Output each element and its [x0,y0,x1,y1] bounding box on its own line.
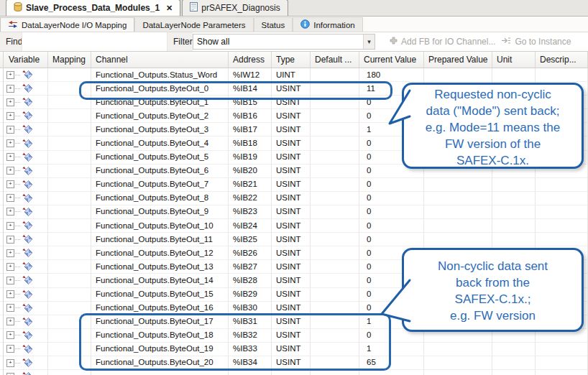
default-cell [311,288,359,302]
expand-icon[interactable]: + [6,263,14,271]
variable-cell: + [0,219,48,233]
mapping-cell [48,246,91,260]
variable-cell: + [0,96,48,109]
expand-icon[interactable]: + [6,180,14,188]
default-cell [311,192,359,205]
prepared-value-cell [424,219,492,233]
expand-icon[interactable]: + [6,304,14,312]
variable-mapping-icon [22,290,33,300]
current-value-cell: 0 [359,192,424,205]
prepared-value-cell [424,356,492,370]
column-header[interactable]: Default ... [311,52,359,68]
column-header[interactable]: Address [229,52,272,68]
expand-icon[interactable]: + [6,98,14,106]
variable-mapping-icon [22,166,33,176]
address-cell: %IB29 [229,288,272,302]
filter-dropdown[interactable]: Show all ▾ [193,34,375,50]
table-row[interactable]: +Functional_Outputs.Status_Word%IW12UINT… [0,68,588,82]
default-cell [311,178,359,192]
panel-left-border [3,52,4,375]
variable-cell: + [0,315,48,329]
column-header[interactable]: Unit [492,52,536,68]
channel-cell: Functional_Outputs.ByteOut_10 [91,219,229,233]
expand-icon[interactable]: + [6,126,14,134]
address-cell: %IB28 [229,274,272,287]
default-cell [311,151,359,165]
variable-cell: + [0,274,48,287]
highlight-rect-byteout0 [79,81,392,100]
description-cell [536,356,588,370]
tab-datalayernode-io-mapping[interactable]: DataLayerNode I/O Mapping [0,17,134,32]
expand-icon[interactable]: + [6,139,14,147]
variable-mapping-icon [22,261,33,272]
expand-icon[interactable]: + [6,112,14,120]
tree-connector [15,335,20,335]
find-input[interactable] [22,32,167,51]
table-row[interactable]: +Functional_Outputs.ByteOut_8%IB22USINT0 [0,192,588,205]
column-header[interactable]: Current Value [359,52,424,68]
table-row[interactable]: +Functional_Outputs.ByteOut_9%IB23USINT0 [0,205,588,219]
tree-connector [15,307,20,308]
expand-icon[interactable]: + [6,71,14,79]
expand-icon[interactable]: + [6,194,14,202]
type-cell: USINT [272,151,311,165]
add-fb-button[interactable]: Add FB for IO Channel... [387,32,498,51]
current-value-cell: 180 [359,68,424,82]
mapping-cell [48,165,91,178]
default-cell [311,68,359,82]
address-cell: %IB16 [229,109,272,123]
tab-information[interactable]: Information [293,17,363,32]
tree-connector [15,170,20,171]
description-cell [536,68,588,82]
tree-connector [15,116,20,116]
column-header[interactable]: Mapping [48,52,91,68]
close-tab-icon[interactable]: ✕ [166,4,173,13]
expand-icon[interactable]: + [6,277,14,284]
mapping-cell [48,260,91,274]
channel-cell: Functional_Outputs.ByteOut_6 [91,165,229,178]
tab-prsafex-diagnosis[interactable]: prSAFEX_Diagnosis [182,0,288,16]
expand-icon[interactable]: + [6,167,14,175]
expand-icon[interactable]: + [6,249,14,257]
expand-icon[interactable]: + [6,373,14,375]
table-row[interactable]: +Functional_Outputs.ByteOut_11%IB25USINT… [0,233,588,246]
expand-icon[interactable]: + [6,85,14,93]
expand-icon[interactable]: + [6,222,14,230]
expand-icon[interactable]: + [6,153,14,161]
callout-line: SAFEX-C.1x.; [404,291,582,307]
expand-icon[interactable]: + [6,318,14,325]
column-header[interactable]: Descrip... [536,52,588,68]
filter-value: Show all [197,37,229,47]
table-row[interactable]: +Functional_Outputs.ByteOut_10%IB24USINT… [0,219,588,233]
expand-icon[interactable]: + [6,345,14,353]
grid-header: VariableMappingChannelAddressTypeDefault… [0,52,588,68]
go-to-instance-button[interactable]: Go to Instance [498,32,574,51]
tab-datalayernode-parameters[interactable]: DataLayerNode Parameters [134,17,253,32]
tab-status[interactable]: Status [254,17,293,32]
plus-icon [390,37,398,47]
table-row[interactable]: +Functional_Outputs.ByteOut_7%IB21USINT0 [0,178,588,192]
expand-icon[interactable]: + [6,208,14,216]
table-row[interactable]: + [0,370,588,375]
expand-icon[interactable]: + [6,359,14,367]
address-cell: %IB20 [229,165,272,178]
column-header[interactable]: Variable [0,52,48,68]
callout-line: data ("Mode") sent back; [404,103,582,119]
dropdown-arrow-icon[interactable]: ▾ [363,34,375,49]
column-header[interactable]: Type [272,52,311,68]
prepared-value-cell [424,68,492,82]
expand-icon[interactable]: + [6,236,14,244]
tab-label: Information [313,21,355,29]
variable-mapping-icon [22,371,33,375]
expand-icon[interactable]: + [6,331,14,339]
address-cell: %IB23 [229,205,272,219]
expand-icon[interactable]: + [6,290,14,298]
column-header[interactable]: Prepared Value [424,52,492,68]
tab-slave-process-data-modules-1[interactable]: Slave_Process_Data_Modules_1 ✕ [6,0,180,16]
mapping-cell [48,233,91,246]
button-label: Add FB for IO Channel... [401,37,495,47]
tab-label: prSAFEX_Diagnosis [201,3,280,13]
mapping-cell [48,274,91,287]
channel-cell: Functional_Outputs.ByteOut_15 [91,288,229,302]
column-header[interactable]: Channel [91,52,229,68]
